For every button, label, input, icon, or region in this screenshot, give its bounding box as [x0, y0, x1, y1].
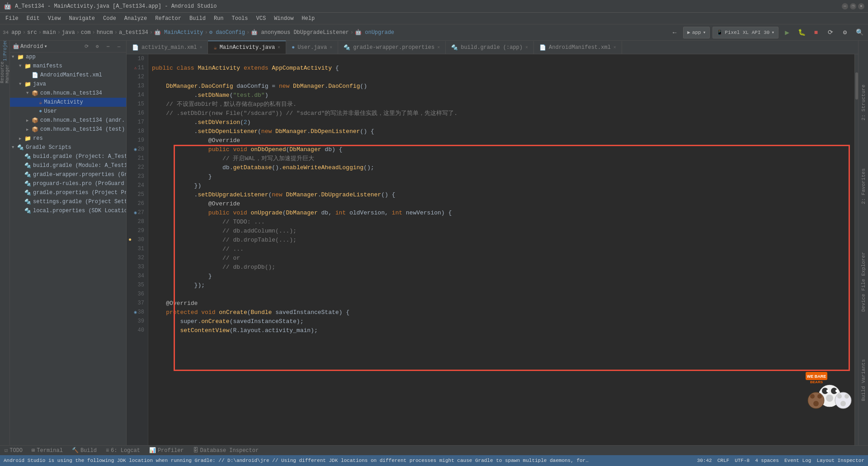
- bottom-tab-database-inspector[interactable]: 🗄 Database Inspector: [191, 446, 261, 455]
- debug-button[interactable]: 🐛: [796, 27, 807, 38]
- tree-item-gradle-properties[interactable]: 🔩 gradle.properties (Project Prop...: [10, 188, 126, 197]
- tree-item-androidmanifest[interactable]: 📄 AndroidManifest.xml: [10, 71, 126, 80]
- tree-item-user[interactable]: ● User: [10, 107, 126, 116]
- tree-item-build-gradle-project[interactable]: 🔩 build.gradle (Project: A_Test13...: [10, 152, 126, 161]
- status-spaces[interactable]: 4 spaces: [755, 458, 779, 463]
- menu-code[interactable]: Code: [99, 14, 120, 23]
- sync-button[interactable]: ⟳: [825, 27, 836, 38]
- line-39: 39: [127, 317, 148, 326]
- code-content[interactable]: public class MainActivity extends AppCom…: [148, 54, 854, 445]
- bottom-tab-logcat[interactable]: ≡ 6: Logcat: [104, 446, 142, 455]
- tree-item-package-test[interactable]: ▶ 📦 com.hnucm.a_test134 (test): [10, 125, 126, 134]
- menu-tools[interactable]: Tools: [228, 14, 252, 23]
- menu-navigate[interactable]: Navigate: [65, 14, 99, 23]
- breadcrumb-onupgrade[interactable]: 🤖 onUpgrade: [355, 29, 394, 36]
- tab-androidmanifest[interactable]: 📄 AndroidManifest.xml ×: [534, 41, 622, 54]
- event-log-link[interactable]: Event Log: [784, 458, 811, 463]
- menu-analyze[interactable]: Analyze: [121, 14, 151, 23]
- maximize-button[interactable]: ❐: [850, 3, 856, 10]
- tree-item-local-properties[interactable]: 🔩 local.properties (SDK Location): [10, 206, 126, 215]
- status-bar-message: Android Studio is using the following JD…: [4, 458, 591, 463]
- tab-user-java[interactable]: ● User.java ×: [286, 41, 338, 54]
- menu-view[interactable]: View: [44, 14, 65, 23]
- toolbar-go-back-icon[interactable]: ←: [669, 27, 680, 38]
- menu-refactor[interactable]: Refactor: [151, 14, 185, 23]
- resource-manager-icon[interactable]: Resource Manager: [0, 68, 9, 77]
- search-icon[interactable]: 🔍: [854, 27, 865, 38]
- tree-item-proguard[interactable]: 🔩 proguard-rules.pro (ProGuard R...: [10, 179, 126, 188]
- breadcrumb-main[interactable]: main: [43, 29, 56, 36]
- project-expand-icon[interactable]: ⋯: [104, 42, 113, 51]
- tab-build-gradle[interactable]: 🔩 build.gradle (:app) ×: [446, 41, 534, 54]
- project-view-selector[interactable]: 🤖 Android ▾: [13, 43, 47, 50]
- status-line-ending[interactable]: CRLF: [717, 458, 729, 463]
- tab-gradle-wrapper[interactable]: 🔩 gradle-wrapper.properties ×: [338, 41, 446, 54]
- tab-close-activity-main[interactable]: ×: [199, 45, 202, 50]
- minimize-button[interactable]: —: [842, 3, 848, 10]
- status-encoding[interactable]: UTF-8: [735, 458, 750, 463]
- tab-close-build-gradle[interactable]: ×: [525, 45, 528, 50]
- tree-label-package: com.hnucm.a_test134: [40, 90, 102, 96]
- breadcrumb-java[interactable]: java: [62, 29, 75, 36]
- menu-window[interactable]: Window: [270, 14, 297, 23]
- menu-file[interactable]: File: [2, 14, 22, 23]
- device-selector[interactable]: 📱 Pixel XL API 30 ▾: [712, 27, 778, 38]
- build-variants-label[interactable]: Build Variants: [861, 356, 866, 404]
- settings-icon[interactable]: ⚙: [839, 27, 851, 38]
- title-bar-controls[interactable]: — ❐ ✕: [842, 3, 864, 10]
- tree-label-proguard: proguard-rules.pro (ProGuard R...: [33, 181, 126, 187]
- menu-edit[interactable]: Edit: [23, 14, 43, 23]
- tab-close-androidmanifest[interactable]: ×: [613, 45, 616, 50]
- close-button[interactable]: ✕: [858, 3, 864, 10]
- bottom-tab-todo[interactable]: ☑ TODO: [3, 446, 24, 455]
- tree-item-package-android[interactable]: ▶ 📦 com.hnucm.a_test134 (andr...: [10, 116, 126, 125]
- tree-item-app[interactable]: ▼ 📁 app: [10, 52, 126, 62]
- menu-help[interactable]: Help: [298, 14, 318, 23]
- breadcrumb-anonymous[interactable]: 🤖 anonymous DbUpgradeListener: [251, 29, 349, 36]
- tree-item-gradle-scripts[interactable]: ▼ 🔩 Gradle Scripts: [10, 143, 126, 152]
- project-sync-icon[interactable]: ⟳: [82, 42, 91, 51]
- breadcrumb-com[interactable]: com: [81, 29, 91, 36]
- tree-item-manifests[interactable]: ▼ 📁 manifests: [10, 62, 126, 71]
- tree-item-gradle-wrapper[interactable]: 🔩 gradle-wrapper.properties (Gra...: [10, 170, 126, 179]
- breadcrumb-a_test134[interactable]: a_test134: [119, 29, 148, 36]
- run-button[interactable]: ▶: [781, 27, 793, 38]
- favorites-panel-label[interactable]: 2: Favorites: [861, 165, 866, 208]
- line-32: 32: [127, 253, 148, 262]
- project-minimize-icon[interactable]: —: [114, 42, 123, 51]
- tree-item-res[interactable]: ▶ 📁 res: [10, 134, 126, 143]
- app-selector[interactable]: ▶ app ▾: [683, 27, 710, 38]
- project-settings-icon[interactable]: ⚙: [93, 42, 102, 51]
- scroll-indicator[interactable]: [854, 54, 858, 445]
- scroll-thumb[interactable]: [855, 72, 858, 100]
- bottom-tab-build[interactable]: 🔨 Build: [70, 446, 99, 455]
- breadcrumb-hnucm[interactable]: hnucm: [97, 29, 113, 36]
- tab-mainactivity-java[interactable]: ☕ MainActivity.java ×: [208, 41, 286, 54]
- menu-run[interactable]: Run: [210, 14, 227, 23]
- tree-item-settings-gradle[interactable]: 🔩 settings.gradle (Project Setting...: [10, 197, 126, 206]
- tab-close-mainactivity[interactable]: ×: [278, 45, 280, 50]
- layout-inspector-link[interactable]: Layout Inspector: [816, 458, 864, 463]
- breadcrumb-src[interactable]: src: [27, 29, 37, 36]
- structure-panel-label[interactable]: 2: Structure: [861, 81, 866, 124]
- status-time[interactable]: 30:42: [697, 458, 712, 463]
- breadcrumb-app[interactable]: app: [11, 29, 21, 36]
- tab-activity-main-xml[interactable]: 📄 activity_main.xml ×: [127, 41, 208, 54]
- bottom-tab-profiler[interactable]: 📊 Profiler: [147, 446, 186, 455]
- bottom-tab-terminal[interactable]: ⊞ Terminal: [30, 446, 65, 455]
- tab-close-user[interactable]: ×: [330, 45, 332, 50]
- tab-close-gradle-wrapper[interactable]: ×: [437, 45, 440, 50]
- tree-item-java[interactable]: ▼ 📁 java: [10, 80, 126, 89]
- breadcrumb-daoconfig[interactable]: ⚙ daoConfig: [209, 29, 245, 36]
- menu-vcs[interactable]: VCS: [253, 14, 270, 23]
- tree-item-build-gradle-module[interactable]: 🔩 build.gradle (Module: A_Test1...: [10, 161, 126, 170]
- tree-item-mainactivity[interactable]: ☕ MainActivity: [10, 98, 126, 107]
- line-24: 24: [127, 181, 148, 190]
- device-file-explorer-label[interactable]: Device File Explorer: [861, 248, 866, 315]
- menu-build[interactable]: Build: [186, 14, 209, 23]
- breadcrumb-mainactivity[interactable]: 🤖 MainActivity: [154, 29, 203, 36]
- project-icon[interactable]: 1:Project: [0, 44, 9, 53]
- stop-button[interactable]: ■: [810, 27, 822, 38]
- tree-item-package[interactable]: ▼ 📦 com.hnucm.a_test134: [10, 89, 126, 98]
- code-editor[interactable]: 10 ⚠ 11 12 13 14 15 16 17 18 19 ◉ 20 21 …: [127, 54, 858, 445]
